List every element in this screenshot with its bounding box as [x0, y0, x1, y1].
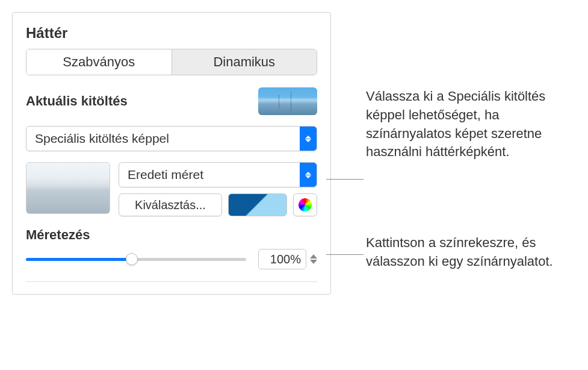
- section-title: Háttér: [26, 25, 317, 42]
- slider-thumb[interactable]: [126, 253, 138, 265]
- fill-type-label: Speciális kitöltés képpel: [26, 131, 300, 146]
- callout-fill-type: Válassza ki a Speciális kitöltés képpel …: [366, 87, 577, 161]
- background-mode-tabs: Szabványos Dinamikus: [26, 49, 317, 75]
- image-settings-row: Eredeti méret Kiválasztás...: [26, 162, 317, 216]
- tab-standard[interactable]: Szabványos: [26, 49, 172, 75]
- scale-stepper: [258, 249, 317, 269]
- tint-color-well[interactable]: [228, 193, 287, 216]
- tab-dynamic[interactable]: Dinamikus: [172, 49, 317, 75]
- image-size-label: Eredeti méret: [119, 168, 300, 182]
- image-thumbnail[interactable]: [26, 162, 110, 214]
- image-size-popup[interactable]: Eredeti méret: [119, 162, 317, 187]
- fill-type-popup[interactable]: Speciális kitöltés képpel: [26, 126, 317, 151]
- sizing-section: Méretezés: [26, 227, 317, 269]
- popup-arrows-icon: [300, 127, 317, 151]
- color-picker-button[interactable]: [293, 193, 317, 216]
- current-fill-label: Aktuális kitöltés: [26, 93, 258, 109]
- stepper-up-icon[interactable]: [310, 254, 317, 259]
- scale-slider[interactable]: [26, 253, 246, 265]
- sizing-label: Méretezés: [26, 227, 317, 243]
- callout-line: [326, 254, 364, 255]
- color-wheel-icon: [299, 198, 312, 212]
- current-fill-row: Aktuális kitöltés: [26, 87, 317, 115]
- stepper-down-icon[interactable]: [310, 260, 317, 264]
- background-panel: Háttér Szabványos Dinamikus Aktuális kit…: [12, 12, 331, 295]
- callout-line: [326, 179, 364, 180]
- divider: [26, 281, 317, 282]
- choose-image-button[interactable]: Kiválasztás...: [119, 193, 222, 216]
- callout-color-well: Kattintson a színrekeszre, és válasszon …: [366, 234, 577, 271]
- fill-preview-thumbnail[interactable]: [258, 87, 317, 115]
- scale-input[interactable]: [258, 249, 306, 269]
- popup-arrows-icon: [300, 163, 317, 187]
